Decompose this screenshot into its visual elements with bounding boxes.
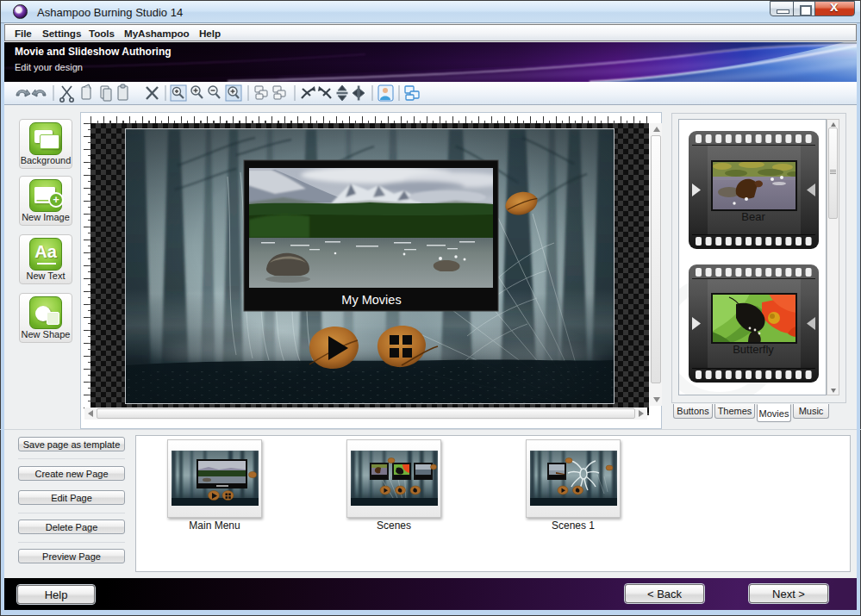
svg-text:Butterfly: Butterfly — [733, 343, 774, 356]
svg-text:Bear: Bear — [741, 210, 765, 223]
svg-text:My Movies: My Movies — [341, 293, 401, 307]
